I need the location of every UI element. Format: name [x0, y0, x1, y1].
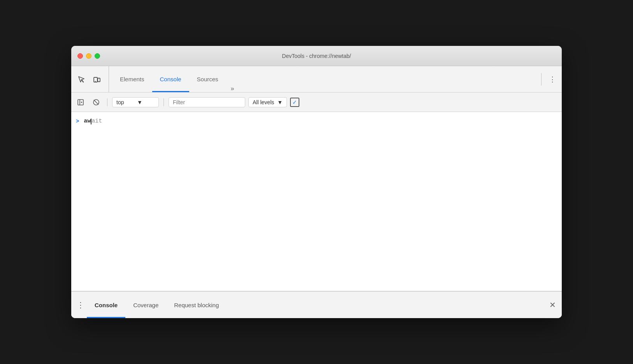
bottom-panel: ⋮ Console Coverage Request blocking ✕: [71, 291, 562, 318]
bottom-tab-coverage[interactable]: Coverage: [125, 292, 166, 318]
toolbar-icon-group: [74, 66, 109, 92]
console-toolbar: top ▼ All levels ▼ ✓: [71, 93, 562, 112]
context-selector[interactable]: top ▼: [112, 97, 159, 107]
more-tabs-button[interactable]: »: [226, 85, 239, 92]
svg-rect-2: [98, 78, 100, 82]
autocomplete-text: ait: [91, 118, 102, 124]
devtools-body: Elements Console Sources » ⋮: [71, 66, 562, 318]
console-input-text[interactable]: await: [84, 117, 102, 126]
console-entry: > await: [71, 115, 562, 128]
main-toolbar: Elements Console Sources » ⋮: [71, 66, 562, 93]
tab-console[interactable]: Console: [152, 66, 189, 92]
toolbar-end: ⋮: [541, 73, 559, 86]
device-toolbar-button[interactable]: [90, 72, 104, 86]
tab-sources[interactable]: Sources: [189, 66, 226, 92]
close-bottom-panel-button[interactable]: ✕: [546, 299, 559, 311]
window-title: DevTools - chrome://newtab/: [282, 53, 351, 59]
typed-text: aw: [84, 118, 91, 124]
svg-line-0: [82, 80, 84, 82]
traffic-lights: [77, 53, 100, 59]
checkbox-option[interactable]: ✓: [290, 98, 299, 107]
console-prompt-arrow[interactable]: >: [76, 117, 79, 125]
bottom-tabs: Console Coverage Request blocking: [87, 292, 546, 318]
clear-console-button[interactable]: [90, 96, 102, 108]
show-sidebar-button[interactable]: [74, 96, 87, 108]
devtools-window: DevTools - chrome://newtab/: [71, 46, 562, 318]
inspect-element-button[interactable]: [74, 72, 88, 86]
filter-input[interactable]: [169, 97, 245, 107]
minimize-button[interactable]: [86, 53, 91, 59]
toolbar-divider-2: [164, 98, 164, 106]
toolbar-divider: [107, 98, 107, 106]
maximize-button[interactable]: [95, 53, 100, 59]
bottom-tab-console[interactable]: Console: [87, 292, 125, 318]
devtools-menu-button[interactable]: ⋮: [546, 73, 559, 86]
main-tabs: Elements Console Sources »: [112, 66, 541, 92]
bottom-panel-menu-button[interactable]: ⋮: [74, 299, 87, 311]
levels-selector[interactable]: All levels ▼: [248, 97, 287, 107]
svg-line-8: [94, 100, 98, 105]
title-bar: DevTools - chrome://newtab/: [71, 46, 562, 66]
svg-marker-6: [81, 102, 83, 103]
console-content: > await: [71, 112, 562, 291]
close-button[interactable]: [77, 53, 83, 59]
bottom-tab-request-blocking[interactable]: Request blocking: [166, 292, 227, 318]
tab-elements[interactable]: Elements: [112, 66, 152, 92]
